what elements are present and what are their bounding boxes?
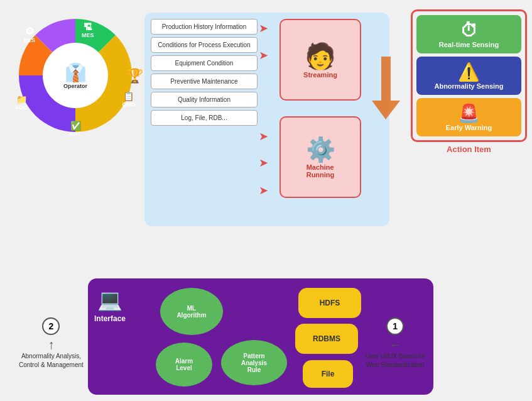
arrow-up-icon: ↑: [19, 338, 84, 352]
arrow-to-streaming-1: ➤: [259, 21, 268, 35]
main-diagram: ⚙ EES 🏗 MES 📁 FDC 📋 QMS ✅ RPT 👔: [0, 0, 532, 401]
realtime-icon: ⏱: [420, 20, 518, 41]
big-arrow: [369, 50, 403, 182]
operator-center: 👔 Operator: [50, 50, 100, 101]
pie-chart: ⚙ EES 🏗 MES 📁 FDC 📋 QMS ✅ RPT 👔: [13, 13, 138, 138]
data-item-log: Log, File, RDB...: [151, 110, 258, 126]
action-title: Action Item: [411, 145, 527, 154]
label-1-number: 1: [386, 317, 404, 335]
action-section: ⏱ Real-time Sensing ⚠️ Abnormality Sensi…: [411, 9, 527, 154]
arrow-to-machine-1: ➤: [259, 129, 268, 143]
machine-label: MachineRunning: [307, 163, 335, 179]
data-items-column: Production History Information Condition…: [151, 19, 258, 126]
segment-ees-label: EES: [24, 37, 35, 43]
label-1-text: User UI/UX Based onWeb Standardization: [365, 352, 425, 370]
data-item-equipment: Equipment Condition: [151, 55, 258, 71]
node-file: File: [303, 360, 353, 388]
arrow-to-streaming-2: ➤: [259, 48, 268, 62]
realtime-label: Real-time Sensing: [439, 41, 499, 48]
interface-label: Interface: [94, 314, 126, 323]
label-2-number: 2: [42, 317, 60, 335]
arrow-left-icon: ←: [365, 338, 425, 352]
data-item-conditions: Conditions for Process Execution: [151, 37, 258, 53]
machine-icon: ⚙️: [306, 136, 335, 163]
node-pattern-analysis: PatternAnalysisRule: [221, 340, 287, 385]
arrow-to-machine-2: ➤: [259, 156, 268, 170]
svg-marker-1: [372, 57, 400, 119]
arrow-to-machine-3: ➤: [259, 184, 268, 197]
label-1-area: 1 ← User UI/UX Based onWeb Standardizati…: [365, 317, 425, 370]
label-2-area: 2 ↑ Abnormality Analysis,Control & Manag…: [19, 317, 84, 370]
action-abnormality: ⚠️ Abnormality Sensing: [416, 57, 521, 95]
interface-icon: 💻: [97, 288, 122, 312]
action-warning: 🚨 Early Warning: [416, 98, 521, 136]
circle-section: ⚙ EES 🏗 MES 📁 FDC 📋 QMS ✅ RPT 👔: [6, 13, 144, 214]
node-ml-algorithm: MLAlgorithm: [160, 288, 223, 335]
segment-qms-label: QMS: [122, 101, 135, 107]
operator-icon: 👔: [65, 62, 87, 83]
segment-fdc-label: FDC: [16, 104, 28, 111]
warning-icon: 🚨: [420, 103, 518, 124]
node-rdbms: RDBMS: [295, 324, 358, 354]
warning-label: Early Warning: [446, 124, 492, 131]
segment-mes-label: MES: [82, 32, 94, 38]
node-hdfs: HDFS: [298, 288, 361, 318]
segment-rpt-label: RPT: [70, 131, 81, 137]
data-flow-section: Production History Information Condition…: [144, 13, 389, 226]
data-item-quality: Quality Information: [151, 92, 258, 107]
machine-box: ⚙️ MachineRunning: [280, 116, 361, 198]
operator-label: Operator: [63, 83, 87, 89]
label-2-text: Abnormality Analysis,Control & Managemen…: [19, 352, 84, 370]
abnormality-label: Abnormality Sensing: [434, 82, 503, 90]
abnormality-icon: ⚠️: [420, 62, 518, 82]
streaming-box: 🧑 Streaming: [280, 19, 361, 101]
action-realtime: ⏱ Real-time Sensing: [416, 15, 521, 53]
data-item-preventive: Preventive Maintenance: [151, 74, 258, 89]
action-box: ⏱ Real-time Sensing ⚠️ Abnormality Sensi…: [411, 9, 527, 142]
node-alarm-level: AlarmLevel: [156, 343, 212, 387]
data-item-production: Production History Information: [151, 19, 258, 35]
streaming-label: Streaming: [303, 71, 337, 79]
interface-area: 💻 Interface: [94, 288, 126, 323]
streaming-icon: 🧑: [305, 41, 336, 71]
